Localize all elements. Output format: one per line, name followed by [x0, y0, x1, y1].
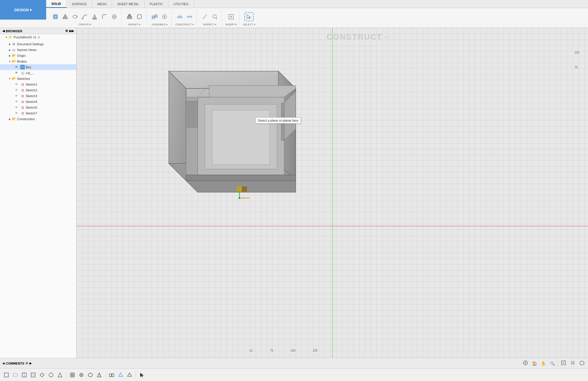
- document-title-row[interactable]: ▼ 📁 PuzzleBox01 v1 ⚙: [0, 34, 76, 40]
- fillet2-btn[interactable]: [135, 12, 144, 21]
- browser-expand-icon[interactable]: ▶▶: [69, 29, 74, 33]
- sweep-btn[interactable]: [80, 12, 89, 21]
- construction-label: Construction: [17, 117, 35, 121]
- tree-item-origin[interactable]: ▶ 📂 Origin: [0, 53, 76, 59]
- pan-btn[interactable]: ✋: [540, 361, 547, 366]
- view-cube-btn[interactable]: [578, 360, 586, 367]
- midplane-btn[interactable]: [185, 12, 194, 21]
- design-button[interactable]: DESIGN ▾: [14, 8, 32, 12]
- assemble-label[interactable]: ASSEMBLE ▾: [151, 23, 168, 27]
- browser-settings-icon[interactable]: ⚙: [65, 29, 68, 33]
- box-eye-icon[interactable]: 👁: [15, 65, 20, 69]
- move-btn[interactable]: [110, 12, 119, 21]
- bt-tool-8[interactable]: [68, 371, 76, 379]
- sketch5-eye-icon[interactable]: 👁: [15, 106, 20, 109]
- bt-tool-14[interactable]: [126, 371, 134, 379]
- insert-label[interactable]: INSERT ▾: [225, 23, 237, 27]
- tree-item-sketch4[interactable]: 👁 ⊡ Sketch4: [0, 99, 76, 105]
- as-built-joint-btn[interactable]: [160, 12, 169, 21]
- home-view-btn[interactable]: 🏠: [531, 361, 538, 366]
- sketch2-eye-icon[interactable]: 👁: [15, 88, 20, 92]
- tree-item-named-views[interactable]: ▶ 🗂 Named Views: [0, 47, 76, 53]
- sketch7-eye-icon[interactable]: 👁: [15, 112, 20, 115]
- modify-label[interactable]: MODIFY ▾: [128, 23, 141, 27]
- main-area: ◀ BROWSER ⚙ ▶▶ ▼ 📁 PuzzleBox01 v1 ⚙ ▶ ⚙ …: [0, 28, 588, 358]
- sketch4-eye-icon[interactable]: 👁: [15, 100, 20, 103]
- sketch5-icon: ⊡: [20, 105, 25, 110]
- collapse-browser-icon[interactable]: ◀: [2, 29, 5, 33]
- comments-settings-icon[interactable]: ⚙: [25, 361, 28, 365]
- inspect2-btn[interactable]: [210, 12, 219, 21]
- bt-tool-13[interactable]: [117, 371, 125, 379]
- vertical-axis-line: [332, 28, 333, 358]
- doc-settings-label: Document Settings: [17, 42, 44, 46]
- bt-select-rect[interactable]: [2, 371, 10, 379]
- viewport[interactable]: CONSTRUCT -: [76, 28, 588, 358]
- tab-surface[interactable]: SURFACE: [67, 0, 92, 8]
- tab-plastic[interactable]: PLASTIC: [145, 0, 168, 8]
- tree-item-doc-settings[interactable]: ▶ ⚙ Document Settings: [0, 41, 76, 47]
- tab-mesh[interactable]: MESH: [92, 0, 112, 8]
- bt-tool-10[interactable]: [86, 371, 94, 379]
- bt-tool-9[interactable]: [77, 371, 85, 379]
- new-component-btn[interactable]: +: [51, 12, 60, 21]
- tab-utilities[interactable]: UTILITIES: [168, 0, 194, 8]
- loft-btn[interactable]: [90, 12, 99, 21]
- comments-collapse-icon[interactable]: ▶: [29, 361, 32, 365]
- bodies-icon: 📂: [12, 59, 16, 64]
- doc-settings-icon: ⚙: [12, 42, 16, 46]
- tree-item-lid[interactable]: 👁 ◫ Lid_...: [0, 70, 76, 76]
- bt-select-7[interactable]: [56, 371, 64, 379]
- doc-version-icon[interactable]: ⚙: [38, 36, 40, 39]
- bt-tool-cursor[interactable]: [138, 371, 146, 379]
- grid-settings-btn[interactable]: [569, 360, 576, 367]
- extrude-btn[interactable]: [61, 12, 70, 21]
- select-btn[interactable]: [244, 12, 254, 21]
- comments-section: ◀ COMMENTS ⚙ ▶: [2, 361, 32, 365]
- sketch3-eye-icon[interactable]: 👁: [15, 94, 20, 98]
- tree-item-sketch2[interactable]: 👁 ⊡ Sketch2: [0, 87, 76, 93]
- measure-btn[interactable]: [200, 12, 209, 21]
- tree-item-construction[interactable]: ▶ 📂 Construction: [0, 116, 76, 122]
- construct-label[interactable]: CONSTRUCT ▾: [175, 23, 194, 27]
- tab-sheet-metal[interactable]: SHEET METAL: [112, 0, 144, 8]
- construct-group: CONSTRUCT ▾: [173, 9, 197, 27]
- joint-btn[interactable]: [150, 12, 159, 21]
- tree-item-box[interactable]: 👁 □ Box: [0, 64, 76, 70]
- bt-tool-12[interactable]: [108, 371, 116, 379]
- inspect-label[interactable]: INSPECT ▾: [203, 23, 216, 27]
- bt-select-5[interactable]: [38, 371, 46, 379]
- bt-select-window[interactable]: [11, 371, 19, 379]
- tab-solid[interactable]: SOLID: [46, 0, 67, 8]
- svg-marker-58: [580, 361, 584, 365]
- tree-item-sketch7[interactable]: 👁 ⊡ Sketch7: [0, 110, 76, 116]
- select-label[interactable]: SELECT ▾: [243, 23, 255, 27]
- zoom-btn[interactable]: 🔍: [549, 361, 556, 366]
- sketch4-icon: ⊡: [20, 99, 25, 104]
- sketch1-eye-icon[interactable]: 👁: [15, 83, 20, 86]
- bottom-bar: ◀ COMMENTS ⚙ ▶ 🏠 ✋ 🔍: [0, 358, 588, 368]
- create-label[interactable]: CREATE ▾: [78, 23, 91, 27]
- bt-tool-11[interactable]: [95, 371, 103, 379]
- display-settings-btn[interactable]: [560, 360, 567, 367]
- tree-item-sketch3[interactable]: 👁 ⊡ Sketch3: [0, 93, 76, 99]
- svg-marker-37: [198, 86, 296, 97]
- model-3d[interactable]: [151, 54, 325, 207]
- fillet-btn[interactable]: [100, 12, 109, 21]
- insert-btn[interactable]: [226, 12, 236, 21]
- expand-comments-icon[interactable]: ◀: [2, 362, 5, 365]
- revolve-btn[interactable]: [70, 12, 80, 21]
- bt-select-6[interactable]: [47, 371, 55, 379]
- tree-item-sketch5[interactable]: 👁 ⊡ Sketch5: [0, 105, 76, 110]
- tree-item-bodies[interactable]: ▼ 📂 Bodies: [0, 59, 76, 64]
- lid-icon: ◫: [20, 71, 25, 75]
- offset-plane-btn[interactable]: [175, 12, 184, 21]
- bt-select-3[interactable]: [20, 371, 28, 379]
- press-pull-btn[interactable]: [125, 12, 134, 21]
- tree-item-sketches[interactable]: ▼ 📂 Sketches: [0, 76, 76, 82]
- bt-select-4[interactable]: [29, 371, 37, 379]
- lid-eye-icon[interactable]: 👁: [15, 71, 20, 75]
- tree-item-sketch1[interactable]: 👁 ⊡ Sketch1: [0, 82, 76, 87]
- svg-marker-39: [281, 103, 284, 140]
- orient-icon-btn[interactable]: [522, 360, 529, 367]
